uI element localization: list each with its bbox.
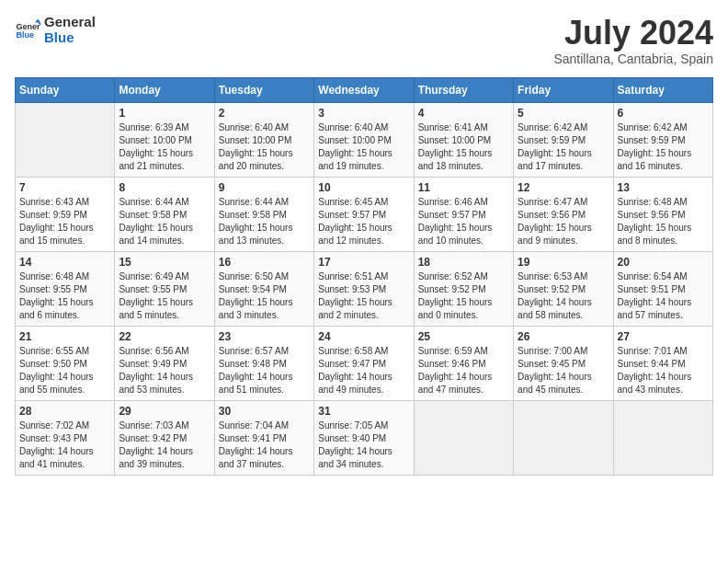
day-info: Sunrise: 6:51 AM Sunset: 9:53 PM Dayligh… (318, 270, 409, 322)
day-cell: 23Sunrise: 6:57 AM Sunset: 9:48 PM Dayli… (214, 326, 313, 400)
day-info: Sunrise: 6:44 AM Sunset: 9:58 PM Dayligh… (119, 196, 210, 247)
day-info: Sunrise: 6:42 AM Sunset: 9:59 PM Dayligh… (518, 121, 609, 173)
day-info: Sunrise: 6:48 AM Sunset: 9:55 PM Dayligh… (19, 270, 110, 322)
day-info: Sunrise: 6:40 AM Sunset: 10:00 PM Daylig… (318, 121, 409, 173)
day-info: Sunrise: 6:54 AM Sunset: 9:51 PM Dayligh… (618, 270, 709, 322)
day-cell: 22Sunrise: 6:56 AM Sunset: 9:49 PM Dayli… (115, 326, 214, 400)
day-cell: 19Sunrise: 6:53 AM Sunset: 9:52 PM Dayli… (514, 251, 613, 326)
day-cell: 7Sunrise: 6:43 AM Sunset: 9:59 PM Daylig… (16, 177, 115, 251)
day-cell: 11Sunrise: 6:46 AM Sunset: 9:57 PM Dayli… (414, 177, 513, 251)
logo-line2: Blue (44, 30, 96, 46)
day-cell: 24Sunrise: 6:58 AM Sunset: 9:47 PM Dayli… (314, 326, 414, 400)
day-number: 14 (19, 256, 110, 269)
day-cell (613, 400, 712, 475)
title-block: July 2024 Santillana, Cantabria, Spain (553, 15, 713, 66)
day-number: 28 (19, 405, 110, 418)
week-row-1: 1Sunrise: 6:39 AM Sunset: 10:00 PM Dayli… (16, 102, 713, 177)
day-info: Sunrise: 7:05 AM Sunset: 9:40 PM Dayligh… (318, 419, 409, 471)
day-number: 7 (19, 181, 110, 194)
week-row-4: 21Sunrise: 6:55 AM Sunset: 9:50 PM Dayli… (16, 326, 713, 400)
day-number: 10 (318, 181, 409, 194)
day-info: Sunrise: 7:03 AM Sunset: 9:42 PM Dayligh… (119, 419, 210, 471)
day-cell: 9Sunrise: 6:44 AM Sunset: 9:58 PM Daylig… (214, 177, 313, 251)
day-header-monday: Monday (115, 77, 214, 102)
week-row-2: 7Sunrise: 6:43 AM Sunset: 9:59 PM Daylig… (16, 177, 713, 251)
svg-marker-2 (35, 18, 40, 22)
day-number: 24 (318, 330, 409, 343)
calendar-header: SundayMondayTuesdayWednesdayThursdayFrid… (16, 77, 713, 102)
day-cell: 21Sunrise: 6:55 AM Sunset: 9:50 PM Dayli… (16, 326, 115, 400)
month-title: July 2024 (553, 15, 713, 52)
day-cell (414, 400, 513, 475)
day-number: 3 (318, 107, 409, 120)
day-info: Sunrise: 6:59 AM Sunset: 9:46 PM Dayligh… (418, 345, 509, 396)
day-cell: 10Sunrise: 6:45 AM Sunset: 9:57 PM Dayli… (314, 177, 414, 251)
week-row-3: 14Sunrise: 6:48 AM Sunset: 9:55 PM Dayli… (16, 251, 713, 326)
day-number: 8 (119, 181, 210, 194)
day-info: Sunrise: 7:00 AM Sunset: 9:45 PM Dayligh… (518, 345, 609, 396)
day-number: 31 (318, 405, 409, 418)
day-number: 20 (618, 256, 709, 269)
day-info: Sunrise: 6:41 AM Sunset: 10:00 PM Daylig… (418, 121, 509, 173)
day-number: 23 (219, 330, 310, 343)
day-cell: 14Sunrise: 6:48 AM Sunset: 9:55 PM Dayli… (16, 251, 115, 326)
day-cell: 1Sunrise: 6:39 AM Sunset: 10:00 PM Dayli… (115, 102, 214, 177)
day-info: Sunrise: 6:46 AM Sunset: 9:57 PM Dayligh… (418, 196, 509, 247)
day-info: Sunrise: 6:43 AM Sunset: 9:59 PM Dayligh… (19, 196, 110, 247)
day-number: 19 (518, 256, 609, 269)
day-number: 26 (518, 330, 609, 343)
logo-line1: General (44, 15, 96, 30)
day-info: Sunrise: 7:02 AM Sunset: 9:43 PM Dayligh… (19, 419, 110, 471)
day-header-tuesday: Tuesday (214, 77, 313, 102)
day-number: 1 (119, 107, 210, 120)
day-header-friday: Friday (514, 77, 613, 102)
calendar-table: SundayMondayTuesdayWednesdayThursdayFrid… (15, 77, 713, 476)
svg-text:General: General (16, 21, 40, 30)
day-info: Sunrise: 6:53 AM Sunset: 9:52 PM Dayligh… (518, 270, 609, 322)
day-cell: 3Sunrise: 6:40 AM Sunset: 10:00 PM Dayli… (314, 102, 414, 177)
day-cell: 27Sunrise: 7:01 AM Sunset: 9:44 PM Dayli… (613, 326, 712, 400)
day-number: 16 (219, 256, 310, 269)
day-info: Sunrise: 6:42 AM Sunset: 9:59 PM Dayligh… (618, 121, 709, 173)
day-number: 5 (518, 107, 609, 120)
day-number: 12 (518, 181, 609, 194)
day-cell: 13Sunrise: 6:48 AM Sunset: 9:56 PM Dayli… (613, 177, 712, 251)
day-number: 6 (618, 107, 709, 120)
day-info: Sunrise: 6:48 AM Sunset: 9:56 PM Dayligh… (618, 196, 709, 247)
day-cell: 4Sunrise: 6:41 AM Sunset: 10:00 PM Dayli… (414, 102, 513, 177)
day-cell: 31Sunrise: 7:05 AM Sunset: 9:40 PM Dayli… (314, 400, 414, 475)
day-number: 25 (418, 330, 509, 343)
day-info: Sunrise: 6:45 AM Sunset: 9:57 PM Dayligh… (318, 196, 409, 247)
day-number: 13 (618, 181, 709, 194)
day-cell (514, 400, 613, 475)
day-number: 9 (219, 181, 310, 194)
day-cell: 2Sunrise: 6:40 AM Sunset: 10:00 PM Dayli… (214, 102, 313, 177)
day-number: 4 (418, 107, 509, 120)
day-header-sunday: Sunday (16, 77, 115, 102)
day-cell: 18Sunrise: 6:52 AM Sunset: 9:52 PM Dayli… (414, 251, 513, 326)
location-subtitle: Santillana, Cantabria, Spain (553, 52, 713, 66)
day-number: 2 (219, 107, 310, 120)
day-info: Sunrise: 6:55 AM Sunset: 9:50 PM Dayligh… (19, 345, 110, 396)
day-cell: 12Sunrise: 6:47 AM Sunset: 9:56 PM Dayli… (514, 177, 613, 251)
day-info: Sunrise: 6:39 AM Sunset: 10:00 PM Daylig… (119, 121, 210, 173)
day-number: 21 (19, 330, 110, 343)
day-info: Sunrise: 6:44 AM Sunset: 9:58 PM Dayligh… (219, 196, 310, 247)
day-number: 18 (418, 256, 509, 269)
day-cell: 29Sunrise: 7:03 AM Sunset: 9:42 PM Dayli… (115, 400, 214, 475)
day-header-thursday: Thursday (414, 77, 513, 102)
page-header: General Blue General Blue July 2024 Sant… (15, 15, 713, 66)
day-info: Sunrise: 7:04 AM Sunset: 9:41 PM Dayligh… (219, 419, 310, 471)
day-cell (16, 102, 115, 177)
day-cell: 26Sunrise: 7:00 AM Sunset: 9:45 PM Dayli… (514, 326, 613, 400)
day-cell: 6Sunrise: 6:42 AM Sunset: 9:59 PM Daylig… (613, 102, 712, 177)
day-info: Sunrise: 6:50 AM Sunset: 9:54 PM Dayligh… (219, 270, 310, 322)
day-header-saturday: Saturday (613, 77, 712, 102)
day-number: 27 (618, 330, 709, 343)
day-cell: 17Sunrise: 6:51 AM Sunset: 9:53 PM Dayli… (314, 251, 414, 326)
day-info: Sunrise: 6:57 AM Sunset: 9:48 PM Dayligh… (219, 345, 310, 396)
day-number: 29 (119, 405, 210, 418)
logo: General Blue General Blue (15, 15, 96, 45)
day-info: Sunrise: 6:58 AM Sunset: 9:47 PM Dayligh… (318, 345, 409, 396)
logo-icon: General Blue (15, 17, 40, 43)
